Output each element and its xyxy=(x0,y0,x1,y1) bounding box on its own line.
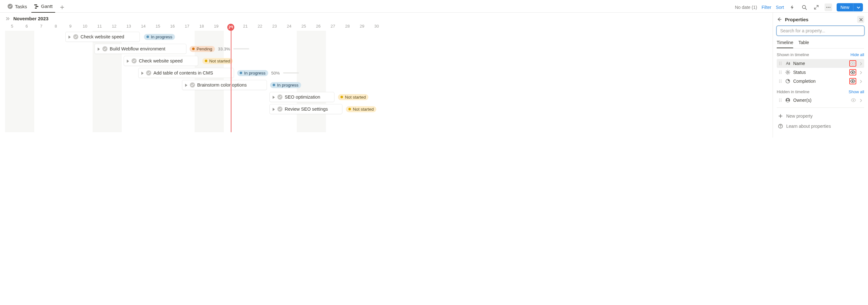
property-name: Owner(s) xyxy=(793,98,848,103)
status-pill: Pending xyxy=(190,46,215,52)
property-item[interactable]: Completion xyxy=(777,77,864,86)
show-all-button[interactable]: Show all xyxy=(849,89,864,94)
task-row: Brainstorm color optionsIn progress xyxy=(5,79,773,91)
expand-button[interactable] xyxy=(812,3,820,11)
completion-percent: 50% xyxy=(271,71,280,75)
visibility-toggle[interactable] xyxy=(850,70,855,75)
task-name: Check website speed xyxy=(139,58,184,63)
tab-gantt[interactable]: Gantt xyxy=(31,2,55,13)
task-bar[interactable]: Check website speed xyxy=(124,56,198,66)
task-extras: In progress50% xyxy=(237,68,299,78)
check-icon[interactable] xyxy=(277,106,283,112)
caret-icon[interactable] xyxy=(184,83,188,87)
status-pill: In progress xyxy=(237,70,268,76)
day-label: 6 xyxy=(19,24,34,29)
property-item[interactable]: Owner(s) xyxy=(777,96,864,104)
property-item[interactable]: Name xyxy=(777,59,864,68)
caret-icon[interactable] xyxy=(271,95,276,99)
visibility-toggle[interactable] xyxy=(850,61,855,66)
task-bar[interactable]: SEO optimization xyxy=(270,92,335,102)
check-icon[interactable] xyxy=(146,70,152,76)
day-label: 19 xyxy=(209,24,224,29)
task-bar[interactable]: Review SEO settings xyxy=(270,104,342,114)
search-button[interactable] xyxy=(801,3,808,11)
expand-sidebar-icon[interactable] xyxy=(5,16,10,21)
status-label: In progress xyxy=(244,71,266,75)
task-bar[interactable]: Check website speed xyxy=(65,32,140,42)
drag-handle-icon[interactable] xyxy=(778,70,782,75)
toolbar: No date (1) Filter Sort New xyxy=(735,3,863,11)
caret-icon[interactable] xyxy=(125,59,130,63)
tab-tasks[interactable]: Tasks xyxy=(5,2,29,12)
gantt-grid[interactable]: New Check website speedIn progress Build… xyxy=(5,31,773,132)
new-property-button[interactable]: New property xyxy=(777,111,864,121)
caret-icon[interactable] xyxy=(67,35,71,39)
new-button-dropdown[interactable] xyxy=(853,3,863,11)
check-icon[interactable] xyxy=(277,94,283,100)
timeline: November 2023 56789101112131415161718192… xyxy=(0,13,773,138)
panel-back-button[interactable] xyxy=(777,17,782,22)
more-button[interactable] xyxy=(825,3,832,11)
new-property-label: New property xyxy=(786,114,812,119)
today-marker xyxy=(230,28,232,30)
day-label: 5 xyxy=(5,24,20,29)
task-bar[interactable]: Brainstorm color options xyxy=(182,80,267,90)
day-label: 8 xyxy=(49,24,63,29)
day-label: 29 xyxy=(355,24,370,29)
check-icon[interactable] xyxy=(190,83,195,88)
day-label: 9 xyxy=(63,24,78,29)
property-type-icon xyxy=(785,79,790,84)
task-name: Check website speed xyxy=(81,34,126,39)
visibility-toggle[interactable] xyxy=(850,79,855,84)
chevron-right-icon[interactable] xyxy=(859,70,863,74)
task-extras: Not started xyxy=(346,104,376,114)
caret-icon[interactable] xyxy=(271,107,276,111)
no-date-indicator[interactable]: No date (1) xyxy=(735,5,757,10)
day-label: 16 xyxy=(165,24,180,29)
properties-panel: Properties Timeline Table Shown in timel… xyxy=(773,13,868,138)
check-icon[interactable] xyxy=(73,34,79,40)
visibility-toggle[interactable] xyxy=(851,98,856,103)
chevron-right-icon[interactable] xyxy=(859,98,863,102)
drag-handle-icon[interactable] xyxy=(778,98,782,103)
drag-handle-icon[interactable] xyxy=(778,79,782,84)
drag-handle-icon[interactable] xyxy=(778,61,782,66)
panel-tab-table[interactable]: Table xyxy=(798,39,809,48)
status-label: Not started xyxy=(209,59,230,63)
task-bar[interactable]: Add table of contents in CMS xyxy=(138,68,234,78)
day-label: 15 xyxy=(151,24,165,29)
caret-icon[interactable] xyxy=(140,71,144,75)
task-extras: Not started xyxy=(202,56,233,66)
sort-button[interactable]: Sort xyxy=(776,5,784,10)
property-search-input[interactable] xyxy=(777,26,864,35)
automations-button[interactable] xyxy=(788,3,796,11)
hide-all-button[interactable]: Hide all xyxy=(850,52,864,57)
status-label: Not started xyxy=(345,95,366,99)
caret-icon[interactable] xyxy=(96,47,100,51)
task-bar[interactable]: Build Webflow environment xyxy=(94,44,186,54)
add-view-button[interactable] xyxy=(58,3,66,11)
status-pill: Not started xyxy=(346,106,376,112)
panel-close-button[interactable] xyxy=(857,16,864,23)
day-label: 13 xyxy=(121,24,136,29)
new-button[interactable]: New xyxy=(837,3,863,11)
month-label: November 2023 xyxy=(13,16,49,21)
task-row: Build Webflow environmentPending33.3% xyxy=(5,43,773,55)
filter-button[interactable]: Filter xyxy=(762,5,771,10)
learn-properties-link[interactable]: Learn about properties xyxy=(777,121,864,131)
hidden-section-label: Hidden in timeline xyxy=(777,89,809,94)
chevron-right-icon[interactable] xyxy=(859,79,863,83)
check-icon[interactable] xyxy=(102,46,108,52)
property-item[interactable]: Status xyxy=(777,68,864,77)
day-label: 18 xyxy=(194,24,209,29)
panel-title: Properties xyxy=(785,17,808,22)
check-icon[interactable] xyxy=(131,58,137,64)
day-label: 30 xyxy=(369,24,384,29)
today-line xyxy=(231,29,231,132)
status-pill: Not started xyxy=(338,94,368,100)
tab-gantt-label: Gantt xyxy=(41,3,53,9)
status-pill: In progress xyxy=(270,82,301,88)
tab-tasks-label: Tasks xyxy=(15,4,27,9)
panel-tab-timeline[interactable]: Timeline xyxy=(777,39,793,48)
chevron-right-icon[interactable] xyxy=(859,61,863,66)
